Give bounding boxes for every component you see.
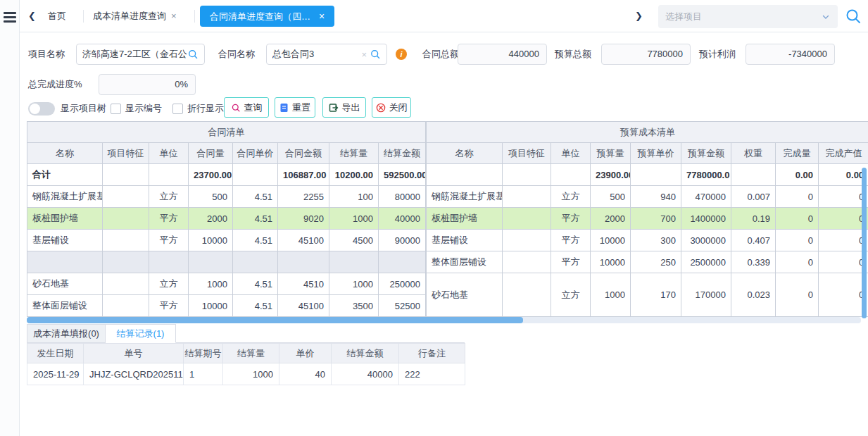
table-cell[interactable] [278,251,329,273]
table-cell[interactable]: 40000 [332,363,399,385]
table-cell[interactable] [103,273,149,295]
table-cell[interactable]: 80000 [379,186,426,208]
tab-cost-list-progress[interactable]: 成本清单进度查询× [93,0,177,32]
close-button[interactable]: 关闭 [372,97,411,118]
table-cell[interactable]: 2025-11-29 [27,363,84,385]
table-cell[interactable] [503,164,551,186]
table-cell[interactable]: 0.19 [731,208,776,230]
table-cell[interactable] [189,251,233,273]
column-header[interactable]: 完成产值 [819,143,868,164]
info-icon[interactable]: i [396,49,407,60]
table-cell[interactable]: 106887.00 [278,164,329,186]
column-header[interactable]: 预算金额 [681,143,731,164]
table-cell[interactable]: 592500.00 [379,164,426,186]
table-cell[interactable]: 170 [631,273,681,317]
table-cell[interactable]: 170000 [681,273,731,317]
project-select[interactable]: 选择项目 [658,5,838,28]
table-cell[interactable]: 立方 [551,273,591,317]
table-cell[interactable] [503,230,551,251]
project-name-input[interactable]: 济邹高速7-2工区（金石公 [76,44,205,65]
export-button[interactable]: 导出 [322,97,366,118]
table-row[interactable]: 整体面层铺设平方100004.5145100350052500 [27,295,426,317]
table-cell[interactable] [103,230,149,251]
contract-name-input[interactable]: 总包合同3 × [266,44,387,65]
table-row[interactable]: 23900.007780000.00.000.00 [427,164,868,186]
tab-settlement-records[interactable]: 结算记录(1) [106,324,176,343]
table-row[interactable]: 板桩围护墙平方20004.519020100040000 [27,208,426,230]
table-cell[interactable]: 0.339 [731,251,776,273]
tab-cost-list-fill[interactable]: 成本清单填报(0) [27,324,106,343]
table-cell[interactable]: 钢筋混凝土扩展基 [427,186,503,208]
clear-icon[interactable]: × [361,49,367,60]
table-cell[interactable]: 基层铺设 [427,230,503,251]
table-cell[interactable]: 0 [776,273,819,317]
table-cell[interactable] [27,251,103,273]
table-cell[interactable] [103,164,149,186]
close-icon[interactable]: × [319,11,325,22]
vertical-scrollbar-thumb[interactable] [862,168,867,318]
table-cell[interactable]: 1000 [591,273,631,317]
table-cell[interactable] [503,251,551,273]
table-cell[interactable]: 立方 [149,273,189,295]
show-number-checkbox[interactable] [111,104,121,114]
table-cell[interactable]: 0.023 [731,273,776,317]
table-cell[interactable]: 砂石地基 [27,273,103,295]
column-header[interactable]: 行备注 [399,344,465,363]
table-cell[interactable]: 基层铺设 [27,230,103,251]
column-header[interactable]: 结算量 [223,344,279,363]
table-cell[interactable]: 222 [399,363,465,385]
column-header[interactable]: 单号 [84,344,184,363]
column-header[interactable]: 发生日期 [27,344,84,363]
table-cell[interactable]: 500 [189,186,233,208]
chevron-right-icon[interactable]: ❯ [635,0,643,32]
table-row[interactable]: 基层铺设平方1000030030000000.40700 [427,230,868,251]
table-row[interactable]: 合计23700.00106887.0010200.00592500.00 [27,164,426,186]
tab-home[interactable]: 首页 [48,0,66,32]
table-cell[interactable]: 4.51 [233,295,278,317]
search-icon[interactable] [370,49,381,60]
table-cell[interactable]: 1000 [329,273,379,295]
table-cell[interactable] [103,208,149,230]
close-icon[interactable]: × [171,11,177,21]
table-cell[interactable] [503,186,551,208]
search-icon[interactable] [187,49,199,60]
column-header[interactable]: 结算金额 [379,143,426,164]
table-cell[interactable]: 10000 [189,295,233,317]
table-cell[interactable]: 0 [776,186,819,208]
table-cell[interactable] [631,164,681,186]
table-cell[interactable] [233,164,278,186]
table-cell[interactable]: 平方 [551,208,591,230]
table-cell[interactable]: 2500000 [681,251,731,273]
table-cell[interactable] [149,164,189,186]
table-cell[interactable]: 平方 [551,251,591,273]
table-cell[interactable]: 7780000.0 [681,164,731,186]
horizontal-scrollbar-thumb[interactable] [27,317,523,323]
table-cell[interactable]: 平方 [551,230,591,251]
column-header[interactable]: 合同金额 [278,143,329,164]
column-header[interactable]: 项目特征 [503,143,551,164]
column-header[interactable]: 预算量 [591,143,631,164]
table-row[interactable] [27,251,426,273]
table-cell[interactable] [103,251,149,273]
chevron-left-icon[interactable]: ❮ [28,0,36,32]
table-cell[interactable]: 500 [591,186,631,208]
table-cell[interactable] [379,251,426,273]
table-cell[interactable]: 1400000 [681,208,731,230]
table-cell[interactable] [233,251,278,273]
table-cell[interactable]: 40000 [379,208,426,230]
table-cell[interactable] [103,186,149,208]
table-cell[interactable]: 45100 [278,230,329,251]
table-row[interactable]: 基层铺设平方100004.5145100450090000 [27,230,426,251]
column-header[interactable]: 项目特征 [103,143,149,164]
table-cell[interactable]: 板桩围护墙 [427,208,503,230]
table-cell[interactable]: 9020 [278,208,329,230]
table-cell[interactable]: 2000 [591,208,631,230]
table-cell[interactable]: 平方 [149,230,189,251]
table-cell[interactable]: 4.51 [233,230,278,251]
table-cell[interactable]: 10200.00 [329,164,379,186]
table-cell[interactable]: 0 [776,230,819,251]
table-cell[interactable]: 0 [819,251,868,273]
horizontal-scrollbar-track[interactable] [27,317,861,323]
table-cell[interactable]: 10000 [591,230,631,251]
column-header[interactable]: 结算期号 [184,344,223,363]
